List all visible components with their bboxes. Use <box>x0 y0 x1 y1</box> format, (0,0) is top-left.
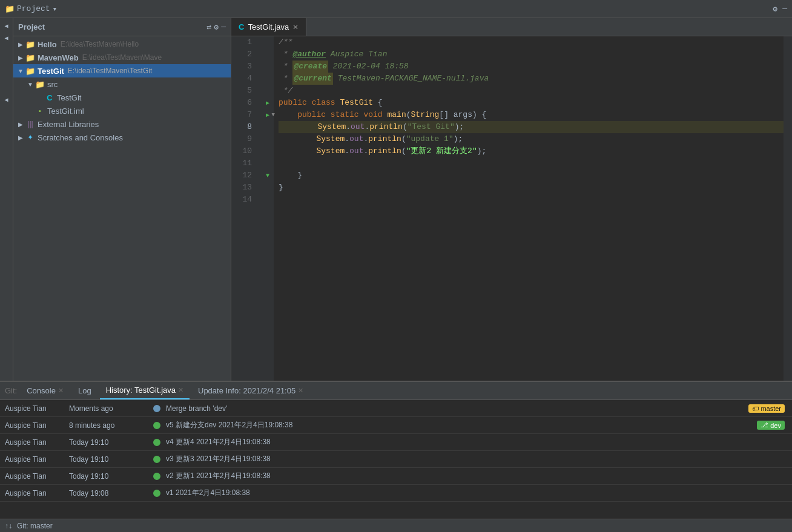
folder-icon-hello: 📁 <box>25 39 35 49</box>
git-row-1[interactable]: Auspice Tian Moments ago Merge branch 'd… <box>0 400 792 417</box>
code-line-6: public class TestGit { <box>279 97 784 109</box>
gutter-markers: ▶ ▶ ▼ ▼ <box>262 36 274 381</box>
git-message-5: v2 更新1 2021年2月4日19:08:38 <box>166 471 785 481</box>
arrow-iml <box>25 106 35 116</box>
git-row-5[interactable]: Auspice Tian Today 19:10 v2 更新1 2021年2月4… <box>0 468 792 485</box>
tab-label: TestGit.java <box>248 22 289 31</box>
git-time-6: Today 19:08 <box>69 489 148 498</box>
gm-2 <box>262 48 274 61</box>
tab-log[interactable]: Log <box>72 382 97 399</box>
minimize-icon[interactable]: — <box>782 4 787 14</box>
testgit-java-label: TestGit <box>57 93 81 102</box>
sidebar-item-testgit-iml[interactable]: ▪ TestGit.iml <box>13 104 231 117</box>
git-author-5: Auspice Tian <box>2 472 69 481</box>
ln-3: 3 <box>231 61 257 73</box>
status-git-icon: ↑↓ <box>5 522 12 530</box>
iml-icon: ▪ <box>35 106 45 116</box>
project-menu[interactable]: 📁 Project ▾ <box>5 4 57 14</box>
tab-log-label: Log <box>78 386 91 395</box>
tab-console[interactable]: Console ✕ <box>21 382 70 399</box>
bottom-tabs: Git: Console ✕ Log History: TestGit.java… <box>0 382 792 400</box>
arrow-testgit-java <box>35 93 45 102</box>
gutter-arrow-2[interactable]: ◀ <box>1 33 12 44</box>
tag-icon: 🏷 <box>752 405 759 412</box>
sidebar-item-testgit-java[interactable]: C TestGit <box>13 91 231 104</box>
git-row-3[interactable]: Auspice Tian Today 19:10 v4 更新4 2021年2月4… <box>0 434 792 451</box>
git-graph-4 <box>148 456 166 463</box>
gm-6: ▶ <box>262 97 274 109</box>
git-author-1: Auspice Tian <box>2 404 69 413</box>
sidebar-item-hello[interactable]: ▶ 📁 Hello E:\idea\TestMaven\Hello <box>13 38 231 51</box>
master-badge: 🏷master <box>748 404 785 413</box>
java-icon-testgit: C <box>45 93 54 102</box>
tab-update-info-label: Update Info: 2021/2/4 21:05 <box>198 386 295 395</box>
tab-history-label: History: TestGit.java <box>106 386 176 395</box>
settings-icon[interactable]: ⚙ <box>773 4 777 14</box>
sidebar-item-external-libs[interactable]: ▶ ||| External Libraries <box>13 117 231 131</box>
git-graph-2 <box>148 422 166 429</box>
git-message-4: v3 更新3 2021年2月4日19:08:38 <box>166 454 785 464</box>
sidebar-icon-1[interactable]: ⇄ <box>207 22 212 32</box>
tab-history-close[interactable]: ✕ <box>178 386 183 394</box>
sidebar-icon-3[interactable]: — <box>221 22 226 32</box>
title-bar-icons: ⚙ — <box>773 4 787 14</box>
sidebar-item-src[interactable]: ▼ 📁 src <box>13 77 231 91</box>
left-gutter: ◀ ◀ ◀ <box>0 18 13 381</box>
tab-history[interactable]: History: TestGit.java ✕ <box>100 382 190 399</box>
gm-1 <box>262 36 274 48</box>
line-numbers: 1 2 3 4 5 6 7 8 9 10 11 12 13 14 <box>231 36 262 381</box>
tab-update-info[interactable]: Update Info: 2021/2/4 21:05 ✕ <box>192 382 309 399</box>
git-graph-3 <box>148 439 166 446</box>
sidebar-title: Project <box>18 22 45 31</box>
scratches-label: Scratches and Consoles <box>38 133 123 142</box>
git-author-2: Auspice Tian <box>2 421 69 430</box>
ln-12: 12 <box>231 169 257 182</box>
gm-11 <box>262 157 274 169</box>
mavenweb-label: MavenWeb <box>38 53 79 62</box>
ln-1: 1 <box>231 36 257 48</box>
code-editor[interactable]: 1 2 3 4 5 6 7 8 9 10 11 12 13 14 <box>231 36 792 381</box>
folder-icon-mavenweb: 📁 <box>25 53 35 62</box>
ext-libs-label: External Libraries <box>38 120 99 129</box>
git-time-3: Today 19:10 <box>69 438 148 447</box>
git-row-2[interactable]: Auspice Tian 8 minutes ago v5 新建分支dev 20… <box>0 417 792 434</box>
git-label: Git: <box>5 386 17 395</box>
code-line-1: /** <box>279 36 784 48</box>
git-message-2: v5 新建分支dev 2021年2月4日19:08:38 <box>166 420 757 430</box>
arrow-scratches: ▶ <box>16 133 25 142</box>
git-row-6[interactable]: Auspice Tian Today 19:08 v1 2021年2月4日19:… <box>0 485 792 502</box>
code-line-5: */ <box>279 85 784 97</box>
git-row-4[interactable]: Auspice Tian Today 19:10 v3 更新3 2021年2月4… <box>0 451 792 468</box>
sidebar-item-mavenweb[interactable]: ▶ 📁 MavenWeb E:\idea\TestMaven\Mave <box>13 51 231 64</box>
folder-icon-testgit: 📁 <box>25 66 35 76</box>
dev-badge: ⎇dev <box>757 421 785 430</box>
code-content[interactable]: /** * @author Auspice Tian * @create 202… <box>274 36 784 381</box>
sidebar-icon-2[interactable]: ⚙ <box>214 22 219 32</box>
git-time-1: Moments ago <box>69 404 148 413</box>
arrow-src: ▼ <box>25 79 35 89</box>
code-line-7: public static void main(String[] args) { <box>279 109 784 121</box>
sidebar-item-scratches[interactable]: ▶ ✦ Scratches and Consoles <box>13 131 231 144</box>
tab-java-icon: C <box>239 22 244 31</box>
git-author-4: Auspice Tian <box>2 455 69 464</box>
tab-testgit-java[interactable]: C TestGit.java ✕ <box>231 18 306 36</box>
folder-icon-src: 📁 <box>35 79 45 89</box>
code-line-3: * @create 2021-02-04 18:58 <box>279 61 784 73</box>
tab-console-close[interactable]: ✕ <box>58 387 64 395</box>
hello-path: E:\idea\TestMaven\Hello <box>61 40 139 48</box>
tab-update-info-close[interactable]: ✕ <box>298 387 303 395</box>
sidebar-item-testgit[interactable]: ▼ 📁 TestGit E:\idea\TestMaven\TestGit <box>13 64 231 77</box>
editor-tabs: C TestGit.java ✕ <box>231 18 792 36</box>
gutter-arrow-1[interactable]: ◀ <box>1 21 12 31</box>
src-label: src <box>47 80 58 89</box>
ln-13: 13 <box>231 182 257 194</box>
git-branch-1: 🏷master <box>748 404 790 413</box>
tab-close-button[interactable]: ✕ <box>292 23 299 31</box>
code-line-10: System.out.println("更新2 新建分支2"); <box>279 145 784 157</box>
git-message-3: v4 更新4 2021年2月4日19:08:38 <box>166 437 785 447</box>
mavenweb-path: E:\idea\TestMaven\Mave <box>82 53 162 62</box>
git-time-5: Today 19:10 <box>69 472 148 481</box>
gm-8 <box>262 121 274 133</box>
gutter-arrow-3[interactable]: ◀ <box>1 94 12 105</box>
iml-label: TestGit.iml <box>47 107 84 116</box>
